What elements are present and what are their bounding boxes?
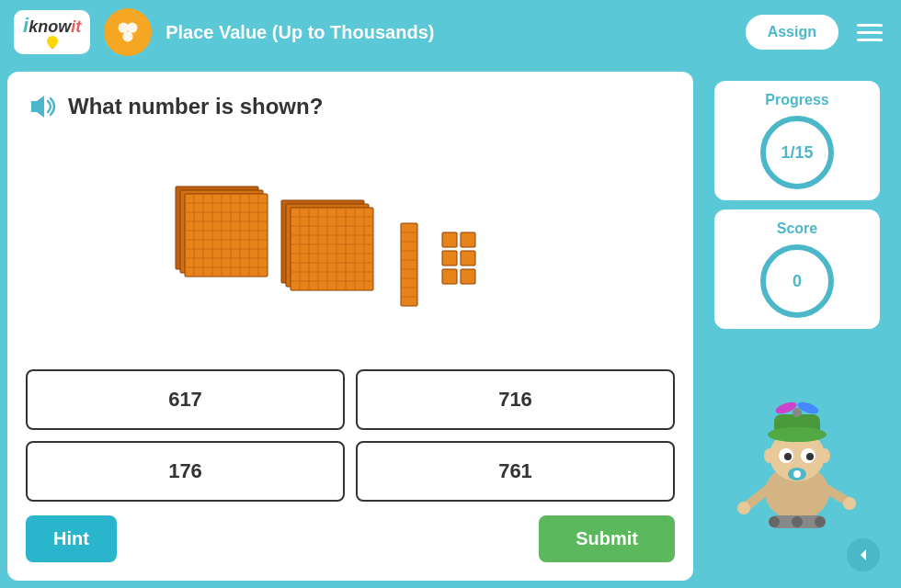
svg-point-74: [793, 470, 801, 478]
svg-point-75: [764, 448, 775, 463]
score-label: Score: [777, 220, 817, 237]
svg-rect-57: [442, 269, 457, 284]
progress-label: Progress: [765, 92, 828, 108]
hint-button[interactable]: Hint: [26, 515, 117, 562]
svg-rect-59: [461, 251, 475, 266]
question-panel: What number is shown?: [7, 72, 693, 581]
progress-value: 1/15: [781, 143, 813, 163]
blocks-area: [26, 132, 675, 369]
sound-button[interactable]: [26, 90, 59, 123]
svg-point-83: [792, 516, 803, 527]
answer-button-716[interactable]: 716: [356, 369, 675, 430]
mascot-area: [705, 338, 889, 529]
lesson-icon: [104, 8, 152, 56]
svg-rect-29: [291, 208, 373, 290]
svg-point-4: [127, 23, 137, 33]
answer-button-761[interactable]: 761: [356, 441, 675, 502]
hamburger-line-2: [857, 31, 883, 34]
svg-point-80: [843, 497, 856, 510]
svg-marker-6: [31, 96, 44, 118]
score-circle: 0: [760, 244, 834, 318]
answers-grid: 617 716 176 761: [26, 369, 675, 502]
svg-point-71: [784, 453, 792, 460]
score-box: Score 0: [714, 209, 880, 329]
lightbulb-icon: [43, 36, 62, 49]
svg-rect-1: [50, 45, 55, 48]
header: i know it Place Value (Up to Thousands) …: [0, 0, 901, 64]
svg-rect-46: [401, 223, 417, 306]
question-text: What number is shown?: [68, 94, 323, 119]
submit-button[interactable]: Submit: [539, 515, 675, 562]
back-button[interactable]: [847, 538, 880, 571]
hamburger-line-1: [857, 24, 883, 27]
svg-point-72: [806, 453, 814, 460]
svg-point-5: [123, 31, 133, 41]
svg-rect-10: [185, 194, 268, 277]
svg-point-76: [819, 448, 830, 463]
sidebar: Progress 1/15 Score 0: [701, 72, 894, 581]
svg-point-84: [815, 516, 826, 527]
mascot-svg: [724, 382, 871, 529]
navigation-bottom: [705, 538, 889, 571]
logo: i know it: [14, 10, 90, 54]
svg-rect-55: [442, 232, 457, 247]
main-content: What number is shown?: [0, 64, 901, 588]
svg-point-65: [768, 427, 827, 442]
hamburger-button[interactable]: [852, 19, 887, 46]
logo-know: know: [29, 18, 71, 35]
answer-button-176[interactable]: 176: [26, 441, 345, 502]
bottom-row: Hint Submit: [26, 515, 675, 562]
svg-rect-60: [461, 269, 475, 284]
progress-box: Progress 1/15: [714, 81, 880, 200]
hamburger-line-3: [857, 39, 883, 41]
progress-circle: 1/15: [760, 116, 834, 189]
answer-button-617[interactable]: 617: [26, 369, 345, 430]
question-row: What number is shown?: [26, 90, 675, 123]
svg-point-66: [793, 408, 802, 417]
svg-rect-56: [442, 251, 457, 266]
svg-point-79: [737, 502, 750, 514]
lesson-title: Place Value (Up to Thousands): [165, 22, 732, 43]
svg-point-3: [119, 23, 129, 33]
base10-blocks: [120, 150, 580, 352]
logo-it: it: [71, 18, 81, 35]
assign-button[interactable]: Assign: [746, 15, 838, 50]
svg-rect-58: [461, 232, 475, 247]
score-value: 0: [793, 272, 802, 291]
svg-point-82: [769, 516, 780, 527]
